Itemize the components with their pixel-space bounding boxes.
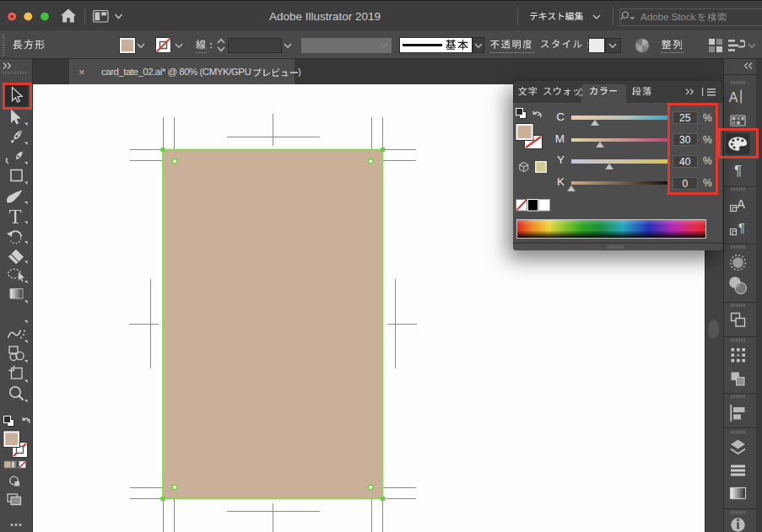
svg-text:¶: ¶	[738, 221, 745, 234]
svg-text:¶: ¶	[734, 163, 742, 179]
svg-text:A: A	[737, 197, 745, 211]
svg-text:A: A	[729, 90, 738, 105]
